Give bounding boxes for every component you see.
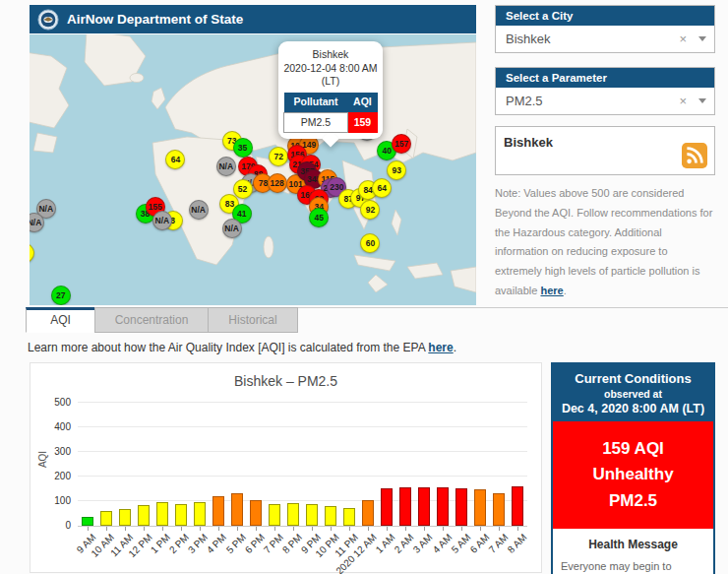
city-select-box: Select a City Bishkek × [495, 5, 715, 53]
chart-x-tick [237, 527, 238, 531]
chart-x-tick-label: 3 PM [186, 532, 210, 555]
chart-bar[interactable] [474, 489, 486, 526]
popup-col-aqi: AQI [347, 93, 377, 112]
chart-bar[interactable] [231, 493, 243, 526]
learn-more-here-link[interactable]: here [428, 341, 453, 354]
observed-at-label: observed at [555, 388, 711, 400]
learn-more-line: Learn more about how the Air Quality Ind… [28, 341, 456, 354]
chart-x-tick-label: 4 AM [430, 532, 454, 555]
chart-x-tick [499, 527, 500, 531]
parameter-select-value: PM2.5 [506, 94, 679, 108]
city-select-title: Select a City [496, 6, 714, 26]
chart-x-tick [443, 527, 444, 531]
popup-table: Pollutant AQI PM2.5 159 [283, 93, 378, 133]
tab-historical[interactable]: Historical [208, 307, 298, 333]
map-marker[interactable]: 35 [233, 138, 253, 158]
map-marker[interactable]: 92 [360, 200, 380, 220]
chart-bar[interactable] [306, 504, 318, 526]
learn-more-suffix: . [454, 341, 456, 354]
chart-bar[interactable] [100, 511, 112, 527]
current-aqi-block: 159 AQI Unhealthy PM2.5 [553, 421, 713, 529]
chart-bar[interactable] [381, 488, 393, 526]
chart-x-tick [125, 527, 126, 531]
current-conditions-title: Current Conditions [555, 371, 711, 386]
map-popup: Bishkek 2020-12-04 8:00 AM (LT) Pollutan… [278, 41, 383, 139]
chart-x-tick [424, 527, 425, 531]
chart-x-tick [181, 527, 182, 531]
city-select-dropdown[interactable]: Bishkek × [496, 26, 714, 52]
chart-x-tick-label: 8 AM [505, 532, 528, 555]
chart-x-tick [218, 527, 219, 531]
chart-bar[interactable] [82, 517, 93, 527]
health-message-block: Health Message Everyone may begin to exp… [553, 529, 713, 574]
department-of-state-seal-icon [37, 9, 59, 31]
chart-bar[interactable] [269, 504, 280, 526]
chart-x-tick [200, 527, 201, 531]
map-marker[interactable]: 64 [372, 178, 392, 198]
chart-x-tick [349, 527, 350, 531]
chart-bar[interactable] [119, 509, 131, 527]
chart-bar[interactable] [138, 505, 150, 526]
chart-bar[interactable] [287, 503, 299, 526]
map-marker[interactable]: 157 [392, 134, 411, 154]
chart-bar[interactable] [418, 487, 430, 526]
chart-gridline [78, 451, 527, 452]
parameter-clear-icon[interactable]: × [679, 94, 687, 108]
chart-bar[interactable] [493, 493, 505, 526]
chart-bar[interactable] [455, 488, 467, 526]
chart-bar[interactable] [343, 508, 355, 526]
world-aqi-map[interactable]: N/AN/A7927381558N/AN/A647335N/A17988N/A7… [30, 34, 476, 305]
map-marker[interactable]: N/A [189, 200, 209, 220]
chart-y-tick-label: 400 [54, 421, 71, 432]
map-marker[interactable]: 128 [268, 173, 287, 193]
chart-gridline [78, 476, 527, 477]
chart-y-tick-label: 100 [54, 495, 71, 506]
chart-bar[interactable] [156, 502, 168, 526]
chart-x-tick [312, 527, 313, 531]
chart-bar[interactable] [212, 496, 224, 526]
city-caret-down-icon[interactable] [698, 36, 706, 41]
tab-aqi[interactable]: AQI [26, 307, 95, 333]
chart-plot-area: 0100200300400500 [78, 399, 527, 527]
map-marker[interactable]: 45 [309, 208, 329, 227]
chart-bar[interactable] [362, 500, 374, 526]
chart-x-tick [480, 527, 481, 531]
parameter-caret-down-icon[interactable] [698, 98, 706, 103]
chart-x-tick [106, 527, 107, 531]
chart-bar[interactable] [175, 504, 187, 526]
observed-at-value: Dec 4, 2020 8:00 AM (LT) [555, 402, 711, 415]
current-conditions-header: Current Conditions observed at Dec 4, 20… [553, 364, 713, 421]
chart-x-tick [405, 527, 406, 531]
chart-y-tick-label: 200 [54, 471, 71, 481]
city-clear-icon[interactable]: × [679, 32, 687, 46]
tab-concentration[interactable]: Concentration [94, 307, 209, 333]
chart-x-tick [162, 527, 163, 531]
map-marker[interactable]: 93 [387, 160, 406, 180]
map-marker[interactable]: N/A [216, 157, 236, 176]
chart-x-tick [461, 527, 462, 531]
map-marker[interactable]: 64 [165, 150, 185, 169]
map-marker[interactable]: 72 [269, 147, 288, 166]
chart-bar[interactable] [437, 487, 449, 526]
map-marker[interactable]: 60 [360, 233, 380, 253]
chart-x-tick [331, 527, 332, 531]
map-marker[interactable]: N/A [222, 219, 242, 238]
chart-bar[interactable] [399, 487, 411, 526]
parameter-select-dropdown[interactable]: PM2.5 × [496, 88, 714, 114]
chart-bar[interactable] [512, 486, 523, 526]
chart-x-tick [387, 527, 388, 531]
rss-feed-icon[interactable] [682, 143, 707, 168]
aqi-bar-chart: Bishkek – PM2.5 AQI 0100200300400500 9 A… [30, 362, 542, 573]
chart-bar[interactable] [194, 502, 206, 526]
chart-tabbar: AQIConcentrationHistorical [26, 307, 298, 333]
note-here-link[interactable]: here [540, 285, 563, 296]
map-marker[interactable]: N/A [152, 211, 172, 230]
chart-bar[interactable] [250, 500, 262, 527]
city-select-value: Bishkek [506, 32, 679, 46]
app-header: AirNow Department of State [30, 5, 476, 33]
chart-bar[interactable] [325, 506, 336, 526]
chart-y-axis-label: AQI [37, 451, 48, 468]
chart-x-tick [274, 527, 275, 531]
app-title: AirNow Department of State [67, 12, 243, 27]
map-marker[interactable]: 27 [51, 286, 71, 305]
